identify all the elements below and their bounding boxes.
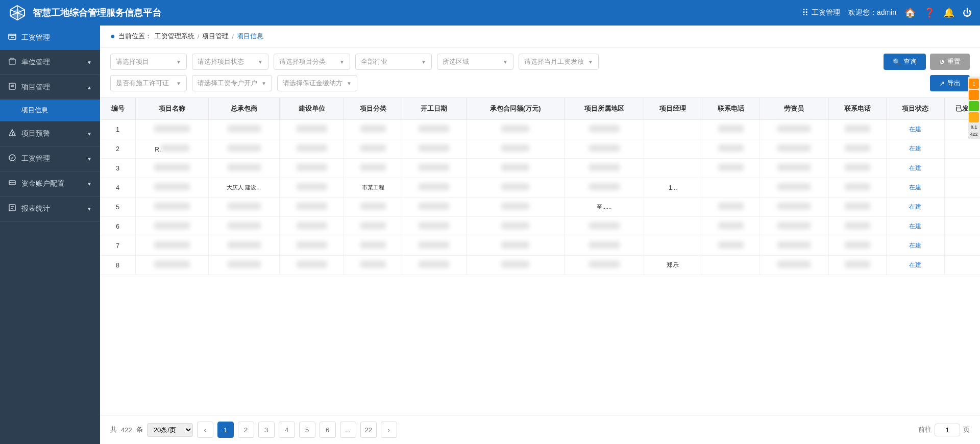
select-project-label: 请选择项目 — [116, 57, 149, 66]
sidebar-item-project-info[interactable]: 项目信息 — [0, 100, 100, 121]
select-region-label: 所选区域 — [443, 57, 469, 66]
select-industry[interactable]: 全部行业 ▼ — [355, 54, 432, 70]
col-header-status: 项目状态 — [887, 98, 944, 120]
svg-rect-9 — [9, 83, 15, 89]
cell-status: 在建 — [887, 236, 944, 256]
reset-button[interactable]: ↺ 重置 — [930, 54, 970, 70]
sidebar: 工资管理 单位管理 ▼ — [0, 26, 100, 444]
select-permit[interactable]: 是否有施工许可证 ▼ — [110, 75, 187, 91]
page-btn-5[interactable]: 5 — [299, 422, 315, 438]
cell-blurred — [279, 120, 344, 139]
select-salary-month[interactable]: 请选择当月工资发放 ▼ — [519, 54, 599, 70]
cell-empty — [644, 120, 702, 139]
filter-area: 请选择项目 ▼ 请选择项目状态 ▼ 请选择项目分类 ▼ 全部行业 ▼ 所选区域 — [100, 47, 980, 98]
report-arrow-icon: ▼ — [87, 206, 92, 212]
cell-blurred — [828, 217, 886, 236]
sidebar-item-wages-top[interactable]: 工资管理 — [0, 26, 100, 50]
select-region[interactable]: 所选区域 ▼ — [437, 54, 513, 70]
chevron-down-icon-8: ▼ — [261, 81, 266, 86]
cell-blurred — [402, 256, 467, 275]
account-icon — [8, 179, 16, 189]
notification-icon[interactable]: 🔔 — [943, 7, 954, 18]
float-badge[interactable]: 1 — [969, 79, 979, 89]
cell-empty — [944, 178, 980, 198]
header: 智慧工地综合管理服务信息平台 ⠿ 工资管理 欢迎您：admin 🏠 ❓ 🔔 ⏻ — [0, 0, 980, 26]
table-row: 7在建 — [100, 236, 980, 256]
select-status[interactable]: 请选择项目状态 ▼ — [192, 54, 268, 70]
cell-blurred — [344, 256, 402, 275]
export-icon: ↗ — [939, 80, 945, 87]
table-wrapper: 编号 项目名称 总承包商 建设单位 项目分类 开工日期 承包合同额(万元) 项目… — [100, 98, 980, 415]
sidebar-item-project[interactable]: 项目管理 ▲ — [0, 75, 100, 100]
sidebar-item-unit[interactable]: 单位管理 ▼ — [0, 50, 100, 75]
cell-empty — [944, 217, 980, 236]
project-info-label: 项目信息 — [21, 106, 48, 115]
warning-icon — [8, 129, 16, 139]
cell-blurred — [209, 236, 279, 256]
page-btn-6[interactable]: 6 — [320, 422, 336, 438]
float-item-3[interactable] — [969, 112, 979, 122]
help-icon[interactable]: ❓ — [924, 7, 935, 18]
sidebar-item-warning[interactable]: 项目预警 ▼ — [0, 121, 100, 146]
cell-blurred — [136, 159, 209, 178]
cell-id: 7 — [100, 236, 136, 256]
table-row: 2R.在建 — [100, 139, 980, 159]
cell-blurred — [344, 236, 402, 256]
page-size-select[interactable]: 20条/页 50条/页 100条/页 — [147, 423, 193, 437]
cell-blurred — [209, 256, 279, 275]
page-btn-2[interactable]: 2 — [238, 422, 254, 438]
cell-blurred — [702, 236, 760, 256]
cell-status: 在建 — [887, 256, 944, 275]
cell-id: 4 — [100, 178, 136, 198]
select-deposit[interactable]: 请选择保证金缴纳方 ▼ — [277, 75, 357, 91]
export-button[interactable]: ↗ 导出 — [930, 75, 970, 91]
sidebar-top-label: 工资管理 — [21, 33, 50, 42]
select-project[interactable]: 请选择项目 ▼ — [110, 54, 187, 70]
cell-blurred — [702, 139, 760, 159]
page-btn-22[interactable]: 22 — [360, 422, 377, 438]
cell-id: 1 — [100, 120, 136, 139]
float-item-1[interactable] — [969, 90, 979, 100]
sidebar-item-salary[interactable]: ¥ 工资管理 ▼ — [0, 146, 100, 171]
select-category-label: 请选择项目分类 — [279, 57, 326, 66]
module-switcher[interactable]: ⠿ 工资管理 — [802, 7, 840, 18]
home-icon[interactable]: 🏠 — [904, 7, 916, 18]
sidebar-item-report[interactable]: 报表统计 ▼ — [0, 196, 100, 221]
breadcrumb-dot: ● — [110, 32, 115, 41]
select-account-label: 请选择工资专户开户 — [198, 79, 257, 88]
cell-blurred — [760, 139, 828, 159]
project-icon — [8, 82, 16, 92]
col-header-labor-phone: 联系电话 — [828, 98, 886, 120]
prev-page-btn[interactable]: ‹ — [197, 422, 213, 438]
page-btn-3[interactable]: 3 — [258, 422, 275, 438]
chevron-down-icon-4: ▼ — [421, 59, 426, 65]
select-account[interactable]: 请选择工资专户开户 ▼ — [192, 75, 272, 91]
svg-text:¥: ¥ — [10, 156, 13, 161]
breadcrumb-sep-1: / — [198, 33, 200, 40]
breadcrumb-current: 项目信息 — [237, 32, 263, 41]
header-right: ⠿ 工资管理 欢迎您：admin 🏠 ❓ 🔔 ⏻ — [802, 7, 972, 18]
cell-blurred — [402, 198, 467, 217]
col-header-builder: 建设单位 — [279, 98, 344, 120]
page-btn-4[interactable]: 4 — [279, 422, 295, 438]
jump-input[interactable] — [935, 424, 960, 436]
power-icon[interactable]: ⏻ — [963, 8, 972, 18]
chevron-down-icon-9: ▼ — [347, 81, 352, 86]
cell-blurred — [828, 120, 886, 139]
page-btn-1[interactable]: 1 — [217, 422, 234, 438]
jump-suffix: 页 — [963, 425, 970, 434]
query-button[interactable]: 🔍 查询 — [884, 54, 926, 70]
cell-empty — [944, 139, 980, 159]
cell-blurred — [467, 217, 565, 236]
page-btn-ellipsis: ... — [340, 422, 356, 438]
float-item-2[interactable] — [969, 101, 979, 111]
next-page-btn[interactable]: › — [381, 422, 397, 438]
breadcrumb-prefix: 当前位置： — [118, 32, 152, 41]
select-industry-label: 全部行业 — [361, 57, 387, 66]
cell-blurred — [760, 236, 828, 256]
select-category[interactable]: 请选择项目分类 ▼ — [274, 54, 350, 70]
sidebar-item-account[interactable]: 资金账户配置 ▼ — [0, 171, 100, 196]
cell-empty — [644, 139, 702, 159]
cell-blurred — [828, 256, 886, 275]
cell-empty — [702, 178, 760, 198]
